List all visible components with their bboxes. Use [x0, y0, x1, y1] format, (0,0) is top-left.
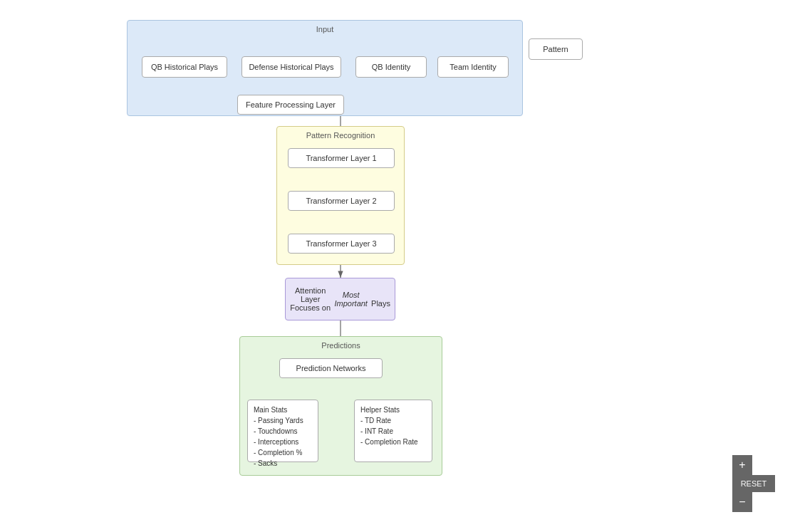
- transformer2-box: Transformer Layer 2: [288, 191, 395, 211]
- zoom-in-button[interactable]: +: [732, 455, 752, 475]
- team-identity-box: Team Identity: [437, 56, 509, 78]
- attention-layer-box: Attention LayerFocuses on Most Important…: [285, 278, 395, 320]
- reset-button[interactable]: RESET: [732, 475, 775, 492]
- pattern-recognition-section: Pattern Recognition Transformer Layer 1 …: [276, 126, 405, 265]
- transformer1-box: Transformer Layer 1: [288, 148, 395, 168]
- zoom-controls: + RESET −: [732, 455, 775, 512]
- feature-processing-box: Feature Processing Layer: [237, 95, 344, 115]
- defense-historical-box: Defense Historical Plays: [241, 56, 341, 78]
- transformer3-box: Transformer Layer 3: [288, 234, 395, 254]
- helper-stats-box: Helper Stats- TD Rate- INT Rate- Complet…: [354, 400, 432, 462]
- input-section: Input QB Historical Plays Defense Histor…: [127, 20, 523, 116]
- qb-identity-box: QB Identity: [355, 56, 427, 78]
- predictions-section-label: Predictions: [321, 341, 360, 350]
- zoom-out-button[interactable]: −: [732, 492, 752, 512]
- diagram-container: Input QB Historical Plays Defense Histor…: [0, 0, 795, 532]
- pattern-recognition-label: Pattern Recognition: [306, 131, 375, 140]
- prediction-networks-box: Prediction Networks: [279, 358, 383, 378]
- main-stats-box: Main Stats- Passing Yards- Touchdowns- I…: [247, 400, 318, 462]
- input-section-label: Input: [316, 25, 333, 33]
- predictions-section: Predictions Prediction Networks Main Sta…: [239, 336, 442, 476]
- qb-historical-box: QB Historical Plays: [142, 56, 227, 78]
- pattern-box: Pattern: [529, 38, 583, 60]
